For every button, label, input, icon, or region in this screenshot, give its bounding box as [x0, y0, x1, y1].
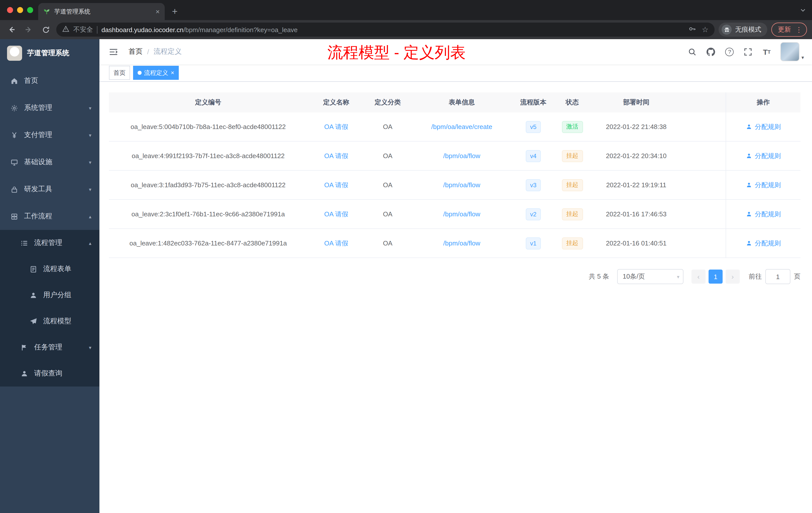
definition-name-link[interactable]: OA 请假: [324, 122, 348, 131]
user-group-icon: [29, 291, 37, 299]
user-icon: [746, 182, 752, 188]
app-root: 芋道管理系统 首页 系统管理 ▾ 支付管理 ▾: [0, 39, 812, 513]
avatar-image: [780, 42, 800, 61]
sidebar-item-task-management[interactable]: 任务管理 ▾: [0, 334, 99, 360]
version-badge: v1: [525, 237, 541, 249]
cell-category: OA: [365, 200, 410, 229]
definition-name-link[interactable]: OA 请假: [324, 210, 348, 219]
sidebar-item-system-management[interactable]: 系统管理 ▾: [0, 94, 99, 121]
assign-rule-link[interactable]: 分配规则: [746, 151, 781, 160]
page-unit-label: 页: [794, 272, 801, 281]
form-link[interactable]: /bpm/oa/flow: [443, 239, 480, 247]
status-badge: 挂起: [562, 237, 583, 249]
breadcrumb-home[interactable]: 首页: [128, 47, 143, 56]
status-badge: 激活: [562, 121, 583, 133]
sidebar-item-infrastructure[interactable]: 基础设施 ▾: [0, 149, 99, 176]
security-warning-icon[interactable]: [62, 26, 69, 34]
browser-toolbar: 不安全 dashboard.yudao.iocoder.cn/bpm/manag…: [0, 20, 812, 39]
assign-rule-link[interactable]: 分配规则: [746, 180, 781, 189]
task-management-icon: [20, 343, 28, 351]
cell-definition-id: oa_leave:3:1fad3d93-7b75-11ec-a3c8-acde4…: [109, 171, 307, 199]
form-link[interactable]: /bpm/oa/flow: [443, 152, 480, 160]
assign-rule-link[interactable]: 分配规则: [746, 210, 781, 219]
version-badge: v3: [525, 179, 541, 191]
hamburger-button[interactable]: [107, 45, 120, 59]
next-page-button[interactable]: ›: [726, 270, 740, 283]
tag-process-definition[interactable]: 流程定义 ×: [133, 66, 179, 80]
col-header-definition-id: 定义编号: [109, 92, 307, 113]
tag-home[interactable]: 首页: [109, 66, 130, 80]
cell-category: OA: [365, 142, 410, 170]
url-path: /bpm/manager/definition?key=oa_leave: [183, 26, 298, 33]
chevron-up-icon: ▴: [89, 240, 91, 246]
tab-close-icon[interactable]: ×: [156, 7, 160, 16]
infrastructure-icon: [10, 158, 18, 166]
definition-table: 定义编号 定义名称 定义分类 表单信息 流程版本 状态 部署时间 操作 oa_l…: [109, 92, 801, 258]
sidebar-item-payment-management[interactable]: 支付管理 ▾: [0, 121, 99, 149]
form-link[interactable]: /bpm/oa/leave/create: [431, 123, 492, 130]
page-size-select[interactable]: 10条/页 ▾: [617, 269, 684, 284]
chevron-down-icon: ▾: [89, 159, 91, 165]
tab-search-chevron-icon[interactable]: [800, 6, 806, 15]
form-link[interactable]: /bpm/oa/flow: [443, 210, 480, 218]
status-badge: 挂起: [562, 150, 583, 162]
cell-category: OA: [365, 113, 410, 141]
form-link[interactable]: /bpm/oa/flow: [443, 181, 480, 189]
tag-active-dot: [138, 71, 142, 75]
definition-name-link[interactable]: OA 请假: [324, 239, 348, 248]
definition-name-link[interactable]: OA 请假: [324, 180, 348, 189]
page-1-button[interactable]: 1: [708, 270, 723, 283]
new-tab-button[interactable]: +: [168, 4, 182, 19]
key-icon[interactable]: [688, 25, 696, 34]
close-window-button[interactable]: [7, 7, 13, 13]
sidebar-item-home[interactable]: 首页: [0, 67, 99, 94]
col-header-version: 流程版本: [513, 92, 553, 113]
goto-page-input[interactable]: [765, 269, 790, 284]
incognito-badge[interactable]: 无痕模式: [719, 23, 767, 37]
status-badge: 挂起: [562, 208, 583, 220]
prev-page-button[interactable]: ‹: [692, 270, 705, 283]
bookmark-star-icon[interactable]: ☆: [702, 25, 708, 34]
cell-definition-id: oa_leave:1:482ec033-762a-11ec-8477-a2380…: [109, 229, 307, 258]
url-text: dashboard.yudao.iocoder.cn/bpm/manager/d…: [102, 26, 297, 33]
font-size-icon[interactable]: TT: [762, 47, 772, 57]
sidebar-item-process-model[interactable]: 流程模型: [0, 308, 99, 334]
assign-rule-link[interactable]: 分配规则: [746, 122, 781, 131]
sidebar-item-leave-query[interactable]: 请假查询: [0, 360, 99, 387]
forward-button[interactable]: [22, 23, 35, 36]
select-caret-icon: ▾: [677, 274, 679, 279]
tag-close-icon[interactable]: ×: [171, 69, 174, 76]
assign-rule-link[interactable]: 分配规则: [746, 239, 781, 248]
sidebar-item-process-form[interactable]: 流程表单: [0, 256, 99, 282]
user-avatar[interactable]: ▾: [780, 42, 804, 61]
sidebar-item-process-management[interactable]: 流程管理 ▴: [0, 230, 99, 256]
table-row: oa_leave:2:3c1f0ef1-76b1-11ec-9c66-a2380…: [109, 200, 801, 229]
pagination: 共 5 条 10条/页 ▾ ‹ 1 › 前往 页: [109, 269, 801, 284]
cell-category: OA: [365, 229, 410, 258]
fullscreen-icon[interactable]: [743, 47, 753, 57]
breadcrumb-current: 流程定义: [154, 47, 182, 56]
yen-icon: [10, 131, 18, 139]
back-button[interactable]: [5, 23, 18, 36]
github-icon[interactable]: [706, 47, 716, 57]
breadcrumb-separator: /: [147, 48, 149, 56]
security-label: 不安全: [73, 25, 93, 34]
search-icon[interactable]: [688, 47, 697, 57]
sidebar-item-devtools[interactable]: 研发工具 ▾: [0, 176, 99, 203]
reload-button[interactable]: [39, 23, 52, 36]
kebab-menu-icon[interactable]: ⋮: [793, 26, 805, 34]
help-icon[interactable]: ?: [725, 47, 735, 57]
definition-name-link[interactable]: OA 请假: [324, 151, 348, 160]
sidebar-item-workflow[interactable]: 工作流程 ▴: [0, 203, 99, 230]
chevron-down-icon: ▾: [89, 132, 91, 138]
omnibox[interactable]: 不安全 dashboard.yudao.iocoder.cn/bpm/manag…: [56, 23, 715, 37]
home-icon: [10, 77, 18, 85]
minimize-window-button[interactable]: [17, 7, 23, 13]
browser-tab[interactable]: 芋道管理系统 ×: [38, 3, 165, 20]
update-button[interactable]: 更新 ⋮: [771, 23, 807, 37]
sidebar-item-user-group[interactable]: 用户分组: [0, 282, 99, 308]
update-label: 更新: [778, 25, 791, 34]
total-count: 共 5 条: [589, 272, 609, 281]
zoom-window-button[interactable]: [27, 7, 33, 13]
cell-definition-id: oa_leave:2:3c1f0ef1-76b1-11ec-9c66-a2380…: [109, 200, 307, 229]
